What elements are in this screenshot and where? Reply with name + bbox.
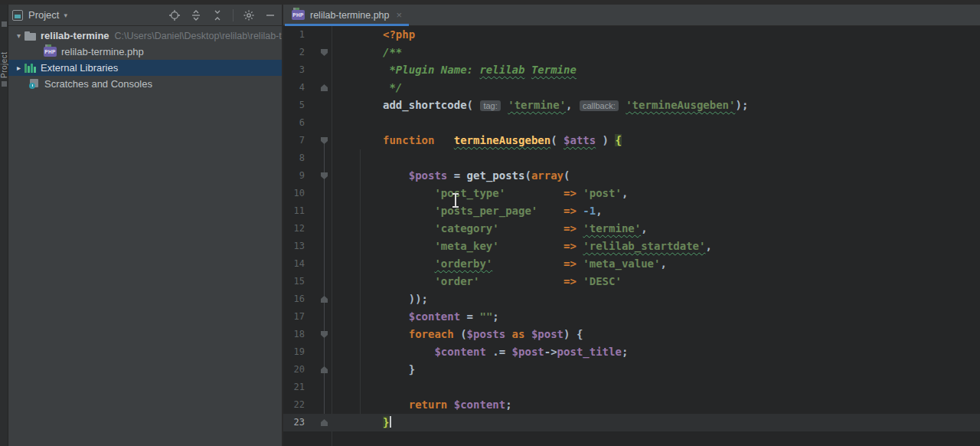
tree-item-php-file[interactable]: PHP relilab-termine.php bbox=[8, 44, 282, 60]
code-token: "" bbox=[479, 310, 492, 323]
editor-gutter[interactable]: 22 bbox=[283, 396, 332, 414]
code-line[interactable]: 13 'meta_key' => 'relilab_startdate', bbox=[283, 238, 980, 255]
code-line[interactable]: 7function termineAusgeben( $atts ) { bbox=[283, 132, 980, 149]
editor-gutter[interactable]: 13 bbox=[283, 238, 332, 255]
code-token bbox=[383, 222, 434, 234]
line-number: 15 bbox=[283, 273, 305, 290]
code-token: ; bbox=[492, 310, 498, 323]
editor-gutter[interactable]: 19 bbox=[283, 343, 332, 361]
php-file-name: relilab-termine.php bbox=[61, 46, 144, 57]
editor-gutter[interactable]: 12 bbox=[283, 220, 332, 238]
code-token: post_title bbox=[557, 346, 622, 358]
code-line[interactable]: 4 */ bbox=[283, 79, 980, 97]
editor-gutter[interactable]: 7 bbox=[283, 132, 332, 149]
editor-gutter[interactable]: 18 bbox=[283, 326, 332, 343]
editor-gutter[interactable]: 17 bbox=[283, 308, 332, 326]
code-line[interactable]: 20 } bbox=[283, 361, 980, 379]
chevron-down-icon[interactable]: ▾ bbox=[14, 31, 24, 40]
editor-gutter[interactable]: 20 bbox=[283, 361, 332, 379]
code-line[interactable]: 19 $content .= $post->post_title; bbox=[283, 343, 980, 361]
code-line[interactable]: 21 bbox=[283, 379, 980, 396]
line-number: 13 bbox=[283, 238, 305, 255]
editor-gutter[interactable]: 14 bbox=[283, 255, 332, 273]
fold-start-icon[interactable] bbox=[321, 137, 328, 144]
code-line[interactable]: 9 $posts = get_posts(array( bbox=[283, 167, 980, 185]
code-text: $content .= $post->post_title; bbox=[383, 343, 628, 361]
close-tab-icon[interactable]: × bbox=[397, 10, 403, 20]
code-line[interactable]: 18 foreach ($posts as $post) { bbox=[283, 326, 980, 343]
editor-gutter[interactable]: 5 bbox=[283, 97, 332, 114]
settings-gear-icon[interactable] bbox=[243, 9, 255, 21]
code-text: 'post_type' => 'post', bbox=[383, 185, 628, 202]
chevron-right-icon[interactable]: ▸ bbox=[14, 64, 24, 72]
code-token: 'post_type' bbox=[434, 187, 505, 199]
code-line[interactable]: 5add_shortcode( tag: 'termine', callback… bbox=[283, 97, 980, 114]
fold-end-icon[interactable] bbox=[321, 419, 328, 426]
code-line[interactable]: 16 )); bbox=[283, 290, 980, 308]
editor-gutter[interactable]: 21 bbox=[283, 379, 332, 396]
fold-start-icon[interactable] bbox=[321, 172, 328, 179]
project-root-name: relilab-termine bbox=[41, 30, 109, 41]
code-line[interactable]: 23} bbox=[283, 414, 980, 431]
locate-file-icon[interactable] bbox=[168, 9, 181, 21]
fold-end-icon[interactable] bbox=[321, 84, 328, 91]
external-libraries-icon bbox=[24, 63, 36, 73]
editor-gutter[interactable]: 1 bbox=[283, 26, 332, 44]
fold-end-icon[interactable] bbox=[321, 296, 328, 303]
editor-gutter[interactable]: 16 bbox=[283, 290, 332, 308]
editor-gutter[interactable]: 15 bbox=[283, 273, 332, 290]
tree-item-project-root[interactable]: ▾ relilab-termine C:\Users\Daniel\Deskto… bbox=[8, 28, 282, 44]
code-line[interactable]: 14 'orderby' => 'meta_value', bbox=[283, 255, 980, 273]
code-line[interactable]: 6 bbox=[283, 114, 980, 132]
code-line[interactable]: 22 return $content; bbox=[283, 396, 980, 414]
fold-end-icon[interactable] bbox=[321, 366, 328, 373]
code-token: } bbox=[383, 363, 415, 375]
code-line[interactable]: 10 'post_type' => 'post', bbox=[283, 185, 980, 202]
code-line[interactable]: 3 *Plugin Name: relilab Termine bbox=[283, 61, 980, 79]
hide-panel-icon[interactable] bbox=[264, 9, 276, 21]
project-panel: ▾ relilab-termine C:\Users\Daniel\Deskto… bbox=[8, 26, 282, 446]
editor-gutter[interactable]: 8 bbox=[283, 149, 332, 167]
code-line[interactable]: 17 $content = ""; bbox=[283, 308, 980, 326]
editor-gutter[interactable]: 23 bbox=[283, 414, 332, 431]
editor-gutter[interactable]: 11 bbox=[283, 202, 332, 220]
parameter-hint: tag: bbox=[480, 100, 500, 111]
editor-gutter[interactable]: 3 bbox=[283, 61, 332, 79]
code-line[interactable]: 11 'posts_per_page' => -1, bbox=[283, 202, 980, 220]
code-token: 'termine' bbox=[508, 99, 566, 111]
code-token: 'termineAusgeben' bbox=[626, 99, 735, 111]
editor-gutter[interactable]: 4 bbox=[283, 79, 332, 97]
toolbar-separator bbox=[233, 9, 234, 21]
tree-item-scratches[interactable]: Scratches and Consoles bbox=[8, 76, 282, 92]
expand-all-icon[interactable] bbox=[190, 9, 202, 21]
tab-relilab-termine-php[interactable]: PHP relilab-termine.php × bbox=[285, 5, 409, 25]
code-text: */ bbox=[383, 79, 402, 97]
editor-gutter[interactable]: 9 bbox=[283, 167, 332, 185]
fold-start-icon[interactable] bbox=[321, 49, 328, 56]
code-line[interactable]: 12 'category' => 'termine', bbox=[283, 220, 980, 238]
code-line[interactable]: 1<?php bbox=[283, 26, 980, 44]
code-token: return bbox=[409, 398, 448, 411]
editor-gutter[interactable]: 2 bbox=[283, 44, 332, 61]
collapse-all-icon[interactable] bbox=[211, 9, 224, 21]
code-token: ; bbox=[505, 398, 511, 411]
code-token: 'orderby' bbox=[434, 257, 492, 270]
tree-item-external-libraries[interactable]: ▸ External Libraries bbox=[8, 60, 282, 76]
code-token: $post bbox=[512, 346, 544, 358]
chevron-down-icon[interactable]: ▾ bbox=[64, 11, 67, 19]
code-token: , bbox=[622, 187, 628, 199]
parameter-hint: callback: bbox=[580, 100, 619, 111]
code-line[interactable]: 15 'order' => 'DESC' bbox=[283, 273, 980, 290]
project-panel-title[interactable]: Project bbox=[28, 9, 59, 21]
header-strip: Project ▾ bbox=[8, 5, 980, 26]
code-text: *Plugin Name: relilab Termine bbox=[383, 61, 577, 79]
stripe-mini-icon bbox=[2, 81, 7, 87]
editor-gutter[interactable]: 10 bbox=[283, 185, 332, 202]
fold-start-icon[interactable] bbox=[321, 331, 328, 338]
code-line[interactable]: 8 bbox=[283, 149, 980, 167]
code-line[interactable]: 2/** bbox=[283, 44, 980, 61]
code-area[interactable]: 1<?php2/**3 *Plugin Name: relilab Termin… bbox=[283, 26, 980, 446]
code-token: )); bbox=[383, 293, 428, 305]
stripe-project-label[interactable]: Project bbox=[0, 32, 8, 78]
editor-gutter[interactable]: 6 bbox=[283, 114, 332, 132]
